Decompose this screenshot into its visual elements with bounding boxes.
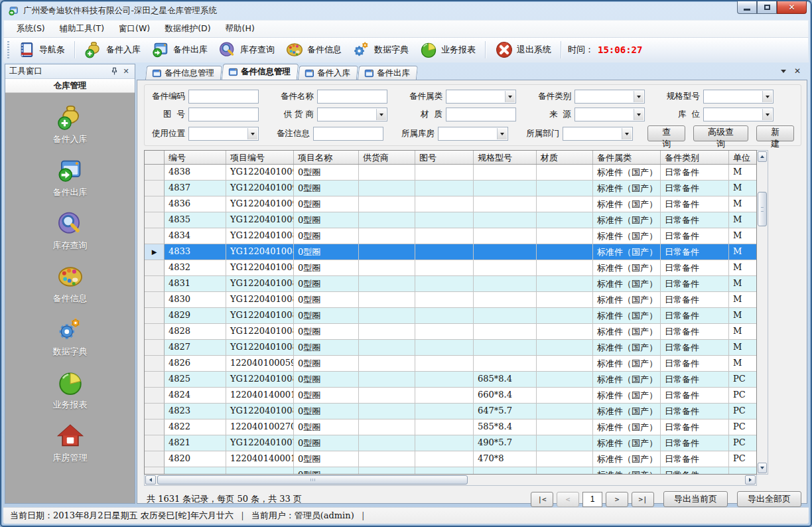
vertical-scroll-thumb[interactable] [758, 192, 767, 226]
table-row[interactable]: ▶ 4833 YG12204010088 0型圈 标准件（国产） 日 [145, 244, 756, 260]
pin-icon[interactable] [109, 67, 119, 76]
chevron-down-icon[interactable] [497, 128, 507, 139]
row-selector-cell[interactable]: ▶ [145, 165, 165, 181]
row-selector-cell[interactable]: ▶ [145, 388, 165, 404]
toolbar-button[interactable]: 数据字典 [347, 38, 414, 61]
sidebar-item[interactable]: 数据字典 [53, 316, 88, 358]
table-row[interactable]: ▶ 4836 YG12204010091 0型圈 标准件（国产） 日 [145, 196, 756, 212]
row-selector-cell[interactable]: ▶ [145, 276, 165, 292]
toolbar-button[interactable]: 业务报表 [414, 38, 481, 61]
table-row[interactable]: ▶ 4820 1220401400013 0型圈 470*8 标准件（国产） [145, 451, 756, 467]
chevron-down-icon[interactable] [762, 109, 772, 120]
menu-item[interactable]: 窗口(W) [111, 21, 157, 37]
table-row[interactable]: ▶ 4837 YG12204010092 0型圈 标准件（国产） 日 [145, 181, 756, 196]
table-row[interactable]: ▶ 4821 YG12204010079 0型圈 490*5.7 标准件（国产） [145, 435, 756, 451]
row-selector-cell[interactable]: ▶ [145, 196, 165, 212]
scroll-up-arrow[interactable] [758, 151, 767, 162]
sidebar-item[interactable]: 业务报表 [53, 369, 88, 411]
supplier-select[interactable] [317, 108, 387, 121]
tab[interactable]: 备件出库 [358, 66, 418, 80]
last-page-button[interactable]: >| [632, 492, 654, 507]
column-header[interactable]: 项目名称 [294, 151, 359, 164]
row-selector-cell[interactable]: ▶ [145, 212, 165, 228]
row-selector-cell[interactable]: ▶ [145, 419, 165, 435]
exit-system-button[interactable]: 退出系统 [490, 38, 557, 61]
tool-window-close-icon[interactable]: ✕ [121, 67, 131, 76]
table-row[interactable]: ▶ 4827 YG12204010082 0型圈 标准件（国产） 日 [145, 340, 756, 356]
warehouse-select[interactable] [438, 127, 508, 141]
chevron-down-icon[interactable] [247, 128, 257, 139]
column-header[interactable]: 供货商 [359, 151, 415, 164]
row-selector-cell[interactable]: ▶ [145, 435, 165, 451]
column-header[interactable]: 单位 [729, 151, 756, 164]
menu-item[interactable]: 系统(S) [9, 21, 52, 37]
remark-input[interactable] [313, 127, 383, 141]
table-row[interactable]: ▶ 4824 1220401400012 0型圈 660*8.4 标准件（国产） [145, 388, 756, 404]
location-select[interactable] [703, 108, 774, 121]
table-row[interactable]: ▶ 4826 1220401000599 0型圈 标准件（国产） 日 [145, 356, 756, 372]
row-selector-cell[interactable]: ▶ [145, 340, 165, 356]
close-button[interactable]: ✕ [777, 1, 807, 14]
horizontal-scroll-thumb[interactable] [157, 475, 468, 485]
row-selector-cell[interactable]: ▶ [145, 260, 165, 276]
chevron-down-icon[interactable] [634, 109, 643, 120]
column-header[interactable]: 材质 [537, 151, 593, 164]
material-input[interactable] [446, 108, 516, 121]
menu-item[interactable]: 辅助工具(T) [52, 21, 111, 37]
chevron-down-icon[interactable] [505, 91, 515, 102]
table-row[interactable]: ▶ 4831 YG12204010086 0型圈 标准件（国产） 日 [145, 276, 756, 292]
tab-list-dropdown-icon[interactable] [781, 70, 786, 76]
toolbar-grip[interactable] [7, 41, 9, 58]
scroll-left-arrow[interactable] [145, 475, 156, 485]
sidebar-item[interactable]: 备件出库 [53, 157, 88, 198]
column-header[interactable]: 备件类别 [661, 151, 729, 164]
horizontal-scrollbar[interactable] [144, 475, 757, 486]
table-row[interactable]: ▶ 4823 YG12204010080 0型圈 647*5.7 标准件（国产） [145, 404, 756, 419]
row-selector-cell[interactable]: ▶ [145, 292, 165, 308]
row-selector-cell[interactable]: ▶ [145, 372, 165, 388]
restore-button[interactable] [757, 1, 777, 14]
scroll-right-arrow[interactable] [745, 475, 756, 485]
menu-item[interactable]: 帮助(H) [218, 21, 262, 37]
chevron-down-icon[interactable] [622, 128, 632, 139]
menu-item[interactable]: 数据维护(D) [157, 21, 218, 37]
new-button[interactable]: 新建 [756, 125, 794, 141]
sidebar-group-header[interactable]: 仓库管理 [5, 79, 135, 93]
row-selector-cell[interactable]: ▶ [145, 181, 165, 196]
table-row[interactable]: ▶ 4834 YG12204010089 0型圈 标准件（国产） 日 [145, 228, 756, 244]
column-header[interactable]: 规格型号 [474, 151, 537, 164]
sidebar-item[interactable]: 备件信息 [53, 263, 88, 305]
column-header[interactable]: 项目编号 [226, 151, 294, 164]
drawing-no-input[interactable] [188, 108, 259, 121]
table-row[interactable]: ▶ 4822 1220401002700 0型圈 585*8.4 标准件（国产） [145, 419, 756, 435]
sidebar-item[interactable]: 备件入库 [53, 104, 88, 145]
first-page-button[interactable]: |< [531, 492, 553, 507]
toolbar-button[interactable]: 备件信息 [280, 38, 347, 61]
tab-close-icon[interactable]: ✕ [794, 66, 801, 76]
column-header[interactable]: 编号 [165, 151, 226, 164]
toolbar-button[interactable]: 库存查询 [213, 38, 280, 61]
column-header[interactable]: 图号 [415, 151, 474, 164]
vertical-scrollbar[interactable] [757, 150, 768, 475]
chevron-down-icon[interactable] [634, 91, 643, 102]
department-select[interactable] [563, 127, 633, 141]
row-selector-cell[interactable]: ▶ [145, 404, 165, 419]
query-button[interactable]: 查询 [647, 125, 685, 141]
export-current-page-button[interactable]: 导出当前页 [663, 491, 728, 507]
table-row[interactable]: ▶ 4830 YG12204010085 0型圈 标准件（国产） 日 [145, 292, 756, 308]
prev-page-button[interactable]: < [557, 492, 579, 507]
part-name-input[interactable] [317, 90, 387, 104]
table-row[interactable]: ▶ 0型圈 标准件（国产） 日常备件 [145, 467, 756, 474]
sidebar-item[interactable]: 库存查询 [53, 210, 88, 252]
page-number-input[interactable] [582, 492, 602, 507]
toolbar-button[interactable]: 备件出库 [146, 38, 213, 61]
table-row[interactable]: ▶ 4832 YG12204010087 0型圈 标准件（国产） 日 [145, 260, 756, 276]
table-row[interactable]: ▶ 4829 YG12204010084 0型圈 标准件（国产） 日 [145, 308, 756, 324]
tab[interactable]: 备件信息管理 [222, 64, 299, 80]
part-category-select[interactable] [446, 90, 516, 104]
row-selector-cell[interactable]: ▶ [145, 228, 165, 244]
chevron-down-icon[interactable] [762, 91, 772, 102]
table-row[interactable]: ▶ 4835 YG12204010090 0型圈 标准件（国产） 日 [145, 212, 756, 228]
part-code-input[interactable] [188, 90, 259, 104]
table-row[interactable]: ▶ 4825 YG12204010081 0型圈 685*8.4 标准件（国产） [145, 372, 756, 388]
